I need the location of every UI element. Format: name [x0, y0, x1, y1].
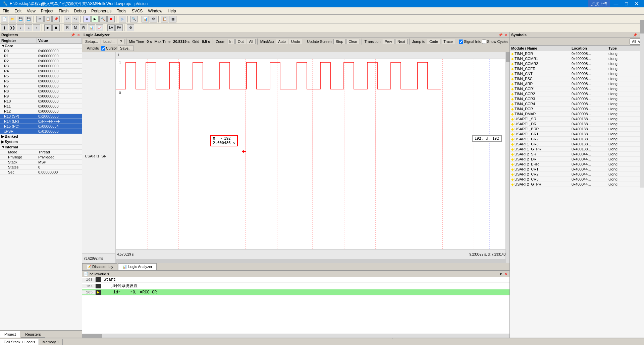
tb-paste[interactable]: 📌: [52, 16, 60, 22]
sym-row-25[interactable]: ◆ USART2_CR3 0x400044... ulong: [510, 177, 644, 182]
tb-find[interactable]: 🔍: [130, 16, 138, 22]
la-code-btn[interactable]: Code: [427, 39, 440, 44]
reg-r3[interactable]: R30x00000000: [0, 64, 82, 69]
sym-row-1[interactable]: ◆ TIM4_CCMR1 0x400008... ulong: [510, 56, 644, 61]
tb-cut[interactable]: ✂: [36, 16, 44, 22]
tb-rebuild[interactable]: 🔨: [99, 16, 107, 22]
menu-view[interactable]: View: [24, 8, 38, 14]
tb2-step[interactable]: ↓: [17, 24, 24, 31]
tb2-mem[interactable]: M: [72, 24, 79, 31]
tb2-reg[interactable]: R: [64, 24, 71, 31]
sym-row-12[interactable]: ◆ TIM4_DMAR 0x400008... ulong: [510, 112, 644, 117]
code-line-164[interactable]: 164 ;时钟系统设置: [82, 283, 509, 289]
sym-row-0[interactable]: ◆ TIM4_EGR 0x400008... ulong: [510, 51, 644, 56]
tb2-1[interactable]: ❱: [1, 24, 8, 31]
tab-project[interactable]: Project: [0, 331, 20, 338]
la-pin[interactable]: 📌: [498, 33, 503, 37]
la-prev-btn[interactable]: Prev: [382, 39, 394, 44]
tb2-stepout[interactable]: ↑: [33, 24, 40, 31]
la-close[interactable]: ✕: [504, 33, 508, 37]
la-stop-btn[interactable]: Stop: [333, 39, 346, 44]
code-collapse[interactable]: ▼: [498, 272, 503, 276]
reg-r8[interactable]: R80x00000000: [0, 89, 82, 94]
la-siginfo-input[interactable]: [459, 40, 463, 44]
reg-group-core[interactable]: ▼Core: [0, 44, 82, 49]
tb-undo[interactable]: ↩: [64, 16, 71, 22]
tb-extra2[interactable]: ▦: [169, 16, 176, 22]
reg-r10[interactable]: R100x00000000: [0, 99, 82, 104]
menu-help[interactable]: Help: [165, 8, 179, 14]
sym-row-4[interactable]: ◆ TIM4_CNT 0x400008... ulong: [510, 71, 644, 76]
sym-row-14[interactable]: ◆ USART1_DR 0x400138... ulong: [510, 122, 644, 127]
la-trace-btn[interactable]: Trace: [441, 39, 455, 44]
la-vscrollbar-thumb[interactable]: [506, 52, 509, 62]
tb2-5[interactable]: 📊: [88, 24, 95, 31]
sym-row-21[interactable]: ◆ USART2_DR 0x400044... ulong: [510, 157, 644, 162]
reg-r2[interactable]: R20x00000000: [0, 59, 82, 64]
tb2-more[interactable]: ⚙: [127, 24, 134, 31]
tb2-run[interactable]: ▶: [44, 24, 52, 31]
code-scrollbar[interactable]: [82, 334, 509, 338]
sym-row-9[interactable]: ◆ TIM4_CCR3 0x400008... ulong: [510, 96, 644, 101]
sym-row-6[interactable]: ◆ TIM4_ARR 0x400008... ulong: [510, 81, 644, 86]
sym-row-2[interactable]: ◆ TIM4_CCMR2 0x400008... ulong: [510, 61, 644, 66]
blue-btn[interactable]: 拼接上传: [588, 0, 610, 7]
reg-r0[interactable]: R00x00000000: [0, 49, 82, 54]
reg-group-banked[interactable]: ▶Banked: [0, 134, 82, 139]
tb-compile[interactable]: ⚙: [83, 16, 91, 22]
sym-row-17[interactable]: ◆ USART1_CR2 0x400138... ulong: [510, 137, 644, 142]
tb-debug[interactable]: ▷: [119, 16, 126, 22]
la-zoom-in[interactable]: In: [227, 39, 235, 44]
la-showcycles-input[interactable]: [482, 40, 486, 44]
sym-row-26[interactable]: ◆ USART2_GTPR 0x400044... ulong: [510, 182, 644, 187]
sym-row-13[interactable]: ◆ USART1_SR 0x400138... ulong: [510, 117, 644, 122]
reg-r4[interactable]: R40x00000000: [0, 69, 82, 74]
minimize-btn[interactable]: —: [611, 0, 621, 7]
sym-row-23[interactable]: ◆ USART2_CR1 0x400044... ulong: [510, 167, 644, 172]
reg-group-internal[interactable]: ▼Internal: [0, 145, 82, 150]
code-line-163[interactable]: 163 Start: [82, 277, 509, 283]
symbols-vscrollbar-thumb[interactable]: [640, 20, 644, 33]
la-auto-btn[interactable]: Auto: [276, 39, 288, 44]
tb-new[interactable]: 📄: [1, 16, 8, 22]
tb-stop[interactable]: ⏹: [107, 16, 115, 22]
la-save-btn[interactable]: Save...: [118, 46, 134, 51]
symbols-vscrollbar[interactable]: [640, 20, 644, 188]
code-close[interactable]: ✕: [504, 272, 508, 276]
reg-r9[interactable]: R90x00000000: [0, 94, 82, 99]
sym-row-15[interactable]: ◆ USART1_BRR 0x400138... ulong: [510, 127, 644, 132]
tb-extra1[interactable]: 📋: [161, 16, 168, 22]
tb-opt[interactable]: ⚙: [150, 16, 157, 22]
reg-group-system[interactable]: ▶System: [0, 139, 82, 145]
la-undo-btn[interactable]: Undo: [289, 39, 302, 44]
la-next-btn[interactable]: Next: [395, 39, 408, 44]
tab-logic-analyzer[interactable]: 📊 Logic Analyzer: [118, 263, 157, 270]
registers-close[interactable]: ✕: [76, 33, 80, 37]
reg-r12[interactable]: R120x00000000: [0, 109, 82, 114]
tb2-2[interactable]: ❱❱: [9, 24, 16, 31]
code-content[interactable]: 163 Start 164 ;时钟系统设置 165 ▶ ldr r0, =RCC…: [82, 277, 509, 334]
reg-r14[interactable]: R14 (LR)0xFFFFFFFF: [0, 119, 82, 124]
tb2-perf[interactable]: PA: [115, 24, 123, 31]
tb-saveall[interactable]: 💾: [25, 16, 32, 22]
sym-row-5[interactable]: ◆ TIM4_PSC 0x400008... ulong: [510, 76, 644, 81]
registers-pin[interactable]: 📌: [70, 33, 75, 37]
symbols-pin[interactable]: 📌: [632, 33, 638, 37]
la-zoom-all[interactable]: All: [247, 39, 256, 44]
menu-file[interactable]: File: [0, 8, 12, 14]
la-scrollbar-thumb[interactable]: [116, 260, 509, 263]
reg-r1[interactable]: R10x00000000: [0, 54, 82, 59]
tb-open[interactable]: 📂: [9, 16, 16, 22]
menu-debug[interactable]: Debug: [71, 8, 89, 14]
la-vscrollbar[interactable]: [505, 52, 509, 263]
tb-redo[interactable]: ↪: [72, 16, 79, 22]
tb2-stepover[interactable]: ↳: [25, 24, 32, 31]
tb2-watch[interactable]: W: [80, 24, 87, 31]
menu-svcs[interactable]: SVCS: [129, 8, 146, 14]
sym-row-19[interactable]: ◆ USART1_GTPR 0x400138... ulong: [510, 147, 644, 152]
sym-row-20[interactable]: ◆ USART2_SR 0x400044... ulong: [510, 152, 644, 157]
reg-r5[interactable]: R50x00000000: [0, 74, 82, 79]
menu-edit[interactable]: Edit: [12, 8, 24, 14]
close-btn[interactable]: ✕: [632, 0, 641, 7]
reg-r15[interactable]: R15 (PC)0x08000054: [0, 124, 82, 129]
